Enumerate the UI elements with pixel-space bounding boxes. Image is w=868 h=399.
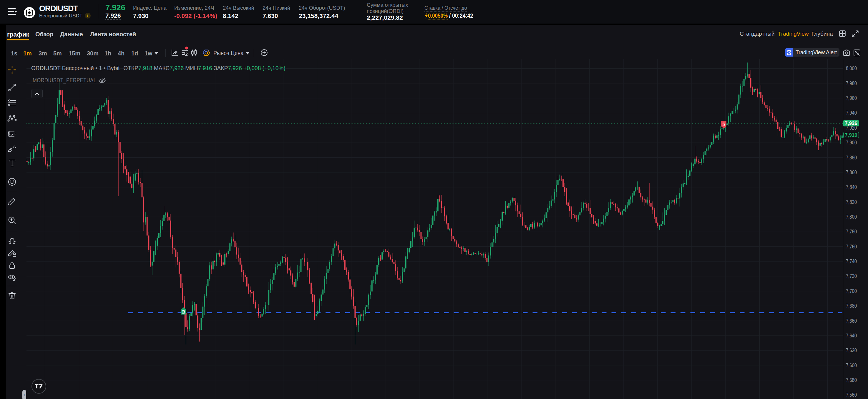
svg-text:B: B [182, 309, 185, 314]
svg-text:S: S [722, 122, 725, 127]
